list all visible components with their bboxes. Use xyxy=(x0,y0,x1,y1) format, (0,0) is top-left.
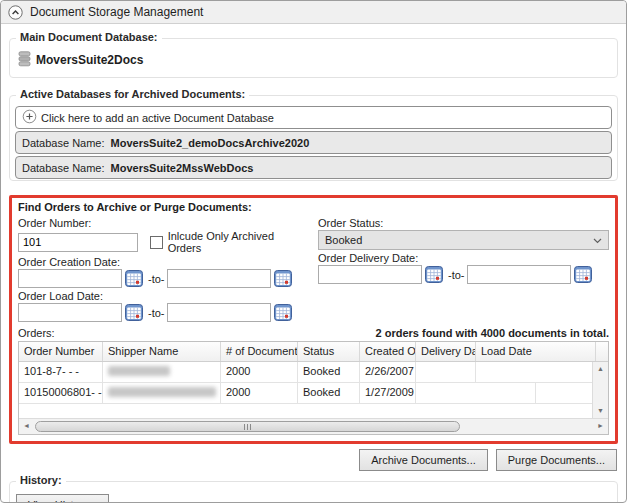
add-database-label: Click here to add an active Document Dat… xyxy=(41,112,274,124)
main-database-group: Main Document Database: MoversSuite2Docs xyxy=(9,38,618,78)
thumb-grip-icon xyxy=(250,424,251,430)
orders-summary: 2 orders found with 4000 documents in to… xyxy=(376,327,609,339)
table-row[interactable]: 10150006801- - - 2000 Booked 1/27/2009 xyxy=(19,383,609,404)
orders-table-header: Order Number Shipper Name # of Documents… xyxy=(19,342,609,362)
document-storage-management-panel: Document Storage Management Main Documen… xyxy=(0,0,627,503)
calendar-icon[interactable] xyxy=(274,270,292,287)
active-databases-group: Active Databases for Archived Documents:… xyxy=(9,95,618,181)
created-on-cell: 2/26/2007 xyxy=(360,362,416,382)
column-header[interactable]: Delivery Date xyxy=(416,342,476,361)
load-date-to-input[interactable] xyxy=(167,303,271,322)
archived-only-checkbox[interactable]: Inlcude Only Archived Orders xyxy=(150,230,306,254)
database-name-prefix: Database Name: xyxy=(22,137,105,149)
find-orders-section: Find Orders to Archive or Purge Document… xyxy=(9,195,618,444)
creation-date-label: Order Creation Date: xyxy=(18,256,306,268)
calendar-icon[interactable] xyxy=(125,304,143,321)
scroll-up-arrow-icon[interactable]: ▲ xyxy=(593,364,608,374)
order-number-label: Order Number: xyxy=(18,217,306,229)
order-status-dropdown[interactable]: Booked xyxy=(318,230,609,250)
load-date-label: Order Load Date: xyxy=(18,290,306,302)
range-separator: -to- xyxy=(448,269,465,281)
scroll-down-arrow-icon[interactable]: ▼ xyxy=(593,406,608,416)
find-right-column: Order Status: Booked Order Delivery Date… xyxy=(318,215,609,322)
orders-label: Orders: xyxy=(18,327,55,339)
calendar-icon[interactable] xyxy=(125,270,143,287)
plus-icon xyxy=(22,109,37,126)
archived-only-label: Inlcude Only Archived Orders xyxy=(168,230,306,254)
column-header[interactable]: Status xyxy=(298,342,360,361)
order-status-value: Booked xyxy=(325,234,362,246)
calendar-icon[interactable] xyxy=(274,304,292,321)
scroll-right-arrow-icon[interactable]: ► xyxy=(597,422,604,429)
horizontal-scrollbar[interactable]: ◄ ► xyxy=(19,418,608,434)
main-database-label: Main Document Database: xyxy=(16,31,162,43)
main-database-name: MoversSuite2Docs xyxy=(36,53,143,67)
delivery-date-label: Order Delivery Date: xyxy=(318,252,609,264)
horizontal-scroll-thumb[interactable] xyxy=(35,421,460,432)
delivery-date-cell xyxy=(416,362,476,382)
delivery-date-to-input[interactable] xyxy=(467,265,571,284)
checkbox-box[interactable] xyxy=(150,236,163,249)
range-separator: -to- xyxy=(148,273,165,285)
chevron-down-icon xyxy=(593,234,602,246)
find-orders-title: Find Orders to Archive or Purge Document… xyxy=(18,201,609,213)
panel-title: Document Storage Management xyxy=(30,5,203,19)
status-cell: Booked xyxy=(298,383,360,403)
database-list-item[interactable]: Database Name: MoversSuite2_demoDocsArch… xyxy=(15,131,612,154)
load-date-cell xyxy=(416,383,536,403)
collapse-icon[interactable] xyxy=(8,5,23,20)
database-name: MoversSuite2MssWebDocs xyxy=(111,162,254,174)
calendar-icon[interactable] xyxy=(574,266,592,283)
table-row[interactable]: 101-8-7- - - 2000 Booked 2/26/2007 xyxy=(19,362,609,383)
redacted-shipper-name xyxy=(108,366,170,376)
column-header[interactable]: # of Documents xyxy=(221,342,298,361)
view-history-button[interactable]: View History... xyxy=(16,494,109,503)
range-separator: -to- xyxy=(148,307,165,319)
order-number-cell: 101-8-7- - - xyxy=(19,362,103,382)
status-cell: Booked xyxy=(298,362,360,382)
panel-header: Document Storage Management xyxy=(1,1,626,24)
column-header[interactable]: Created On xyxy=(360,342,416,361)
order-number-input[interactable] xyxy=(18,233,138,252)
purge-documents-button[interactable]: Purge Documents... xyxy=(496,449,617,471)
active-databases-label: Active Databases for Archived Documents: xyxy=(16,88,249,100)
vertical-scrollbar[interactable]: ▲ ▼ xyxy=(592,362,608,418)
database-icon xyxy=(18,51,31,69)
history-label: History: xyxy=(16,474,66,486)
database-list-item[interactable]: Database Name: MoversSuite2MssWebDocs xyxy=(15,156,612,179)
thumb-grip-icon xyxy=(247,424,248,430)
orders-table: Order Number Shipper Name # of Documents… xyxy=(18,341,609,435)
database-name: MoversSuite2_demoDocsArchive2020 xyxy=(111,137,310,149)
column-header[interactable]: Shipper Name xyxy=(103,342,221,361)
column-header[interactable]: Load Date xyxy=(476,342,596,361)
action-buttons-row: Archive Documents... Purge Documents... xyxy=(10,449,617,471)
history-group: History: View History... xyxy=(9,481,618,503)
created-on-cell: 1/27/2009 xyxy=(360,383,416,403)
main-database-row: MoversSuite2Docs xyxy=(18,51,609,69)
documents-cell: 2000 xyxy=(221,383,298,403)
column-header[interactable]: Order Number xyxy=(19,342,103,361)
delivery-date-from-input[interactable] xyxy=(318,265,422,284)
find-left-column: Order Number: Inlcude Only Archived Orde… xyxy=(18,215,306,322)
load-date-cell xyxy=(476,362,596,382)
documents-cell: 2000 xyxy=(221,362,298,382)
shipper-name-cell xyxy=(103,383,221,403)
calendar-icon[interactable] xyxy=(425,266,443,283)
creation-date-from-input[interactable] xyxy=(18,269,122,288)
thumb-grip-icon xyxy=(244,424,245,430)
shipper-name-cell xyxy=(103,362,221,382)
order-number-cell: 10150006801- - - xyxy=(19,383,103,403)
load-date-from-input[interactable] xyxy=(18,303,122,322)
add-database-row[interactable]: Click here to add an active Document Dat… xyxy=(15,106,612,129)
archive-documents-button[interactable]: Archive Documents... xyxy=(359,449,488,471)
scroll-left-arrow-icon[interactable]: ◄ xyxy=(23,422,30,429)
database-name-prefix: Database Name: xyxy=(22,162,105,174)
order-status-label: Order Status: xyxy=(318,217,609,229)
redacted-shipper-name xyxy=(108,387,216,397)
creation-date-to-input[interactable] xyxy=(167,269,271,288)
